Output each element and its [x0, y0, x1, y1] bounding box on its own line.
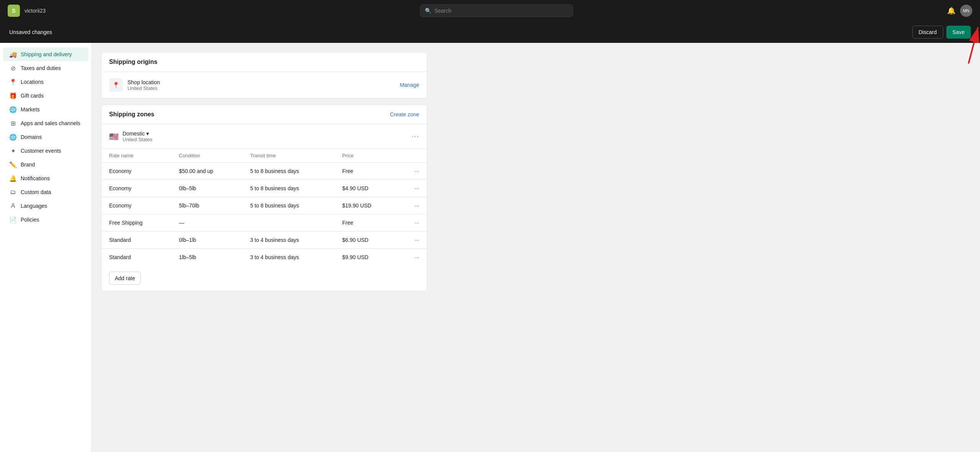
- rate-condition-cell: 5lb–70lb: [172, 197, 243, 214]
- shipping-origins-card: Shipping origins 📍 Shop location United …: [101, 52, 427, 98]
- search-icon: 🔍: [425, 8, 431, 14]
- table-row: Standard 1lb–5lb 3 to 4 business days $9…: [101, 249, 427, 266]
- rate-menu-button[interactable]: ···: [399, 163, 427, 180]
- rate-transit-cell: 3 to 4 business days: [242, 232, 335, 249]
- locations-icon: 📍: [9, 78, 17, 86]
- sidebar-item-languages[interactable]: A Languages: [3, 199, 88, 213]
- us-flag-icon: 🇺🇸: [109, 132, 119, 141]
- sidebar-item-gift-cards[interactable]: 🎁 Gift cards: [3, 89, 88, 103]
- avatar[interactable]: MN: [960, 5, 972, 17]
- rate-name-cell: Standard: [101, 249, 172, 266]
- rate-condition-cell: 0lb–1lb: [172, 232, 243, 249]
- apps-icon: ⊞: [9, 119, 17, 127]
- markets-icon: 🌐: [9, 106, 17, 113]
- discard-button[interactable]: Discard: [912, 26, 943, 39]
- rate-price-cell: $19.90 USD: [335, 197, 399, 214]
- sidebar-item-taxes-and-duties[interactable]: ⊘ Taxes and duties: [3, 61, 88, 75]
- location-pin-icon: 📍: [109, 78, 123, 92]
- zone-country: United States: [122, 137, 408, 142]
- table-row: Free Shipping — Free ···: [101, 214, 427, 232]
- unsaved-changes-bar: Unsaved changes Discard Save: [0, 21, 980, 43]
- sidebar-label-markets: Markets: [21, 106, 40, 113]
- rate-price-cell: Free: [335, 163, 399, 180]
- col-rate-name: Rate name: [101, 149, 172, 163]
- table-row: Standard 0lb–1lb 3 to 4 business days $6…: [101, 232, 427, 249]
- sidebar-item-domains[interactable]: 🌐 Domains: [3, 130, 88, 144]
- rate-menu-button[interactable]: ···: [399, 197, 427, 214]
- shipping-zones-card: Shipping zones Create zone 🇺🇸 Domestic ▾…: [101, 104, 427, 291]
- sidebar-label-gift-cards: Gift cards: [21, 93, 44, 99]
- shipping-origins-header: Shipping origins: [101, 52, 427, 72]
- add-rate-button[interactable]: Add rate: [109, 272, 141, 285]
- search-placeholder: Search: [434, 8, 451, 14]
- location-info: Shop location United States: [127, 79, 395, 91]
- rate-name-cell: Economy: [101, 197, 172, 214]
- rate-menu-button[interactable]: ···: [399, 249, 427, 266]
- main-content: Shipping origins 📍 Shop location United …: [92, 43, 436, 452]
- sidebar-item-customer-events[interactable]: ✦ Customer events: [3, 144, 88, 158]
- shopify-logo: S: [8, 5, 20, 17]
- rate-name-cell: Economy: [101, 180, 172, 197]
- rate-condition-cell: —: [172, 214, 243, 232]
- sidebar: 🚚 Shipping and delivery ⊘ Taxes and duti…: [0, 43, 92, 452]
- shop-country: United States: [127, 85, 395, 91]
- sidebar-item-brand[interactable]: ✏️ Brand: [3, 158, 88, 171]
- sidebar-item-policies[interactable]: 📄 Policies: [3, 213, 88, 227]
- sidebar-item-locations[interactable]: 📍 Locations: [3, 75, 88, 89]
- rates-table: Rate name Condition Transit time Price E…: [101, 149, 427, 266]
- shipping-zones-title: Shipping zones: [109, 111, 154, 118]
- sidebar-label-locations: Locations: [21, 79, 44, 85]
- zone-dropdown-icon[interactable]: ▾: [146, 131, 149, 137]
- table-row: Economy 5lb–70lb 5 to 8 business days $1…: [101, 197, 427, 214]
- customer-events-icon: ✦: [9, 147, 17, 155]
- custom-data-icon: 🗂: [9, 188, 17, 196]
- shipping-icon: 🚚: [9, 51, 17, 58]
- top-bar-left: S victorii23: [8, 5, 46, 17]
- rate-transit-cell: 5 to 8 business days: [242, 180, 335, 197]
- rate-transit-cell: 5 to 8 business days: [242, 197, 335, 214]
- sidebar-item-apps-and-sales-channels[interactable]: ⊞ Apps and sales channels: [3, 116, 88, 130]
- table-row: Economy 0lb–5lb 5 to 8 business days $4.…: [101, 180, 427, 197]
- manage-link[interactable]: Manage: [400, 82, 419, 88]
- table-row: Economy $50.00 and up 5 to 8 business da…: [101, 163, 427, 180]
- notification-button[interactable]: 🔔: [947, 7, 956, 15]
- top-bar: S victorii23 🔍 Search 🔔 MN: [0, 0, 980, 21]
- rate-transit-cell: 3 to 4 business days: [242, 249, 335, 266]
- rate-condition-cell: $50.00 and up: [172, 163, 243, 180]
- rate-menu-button[interactable]: ···: [399, 232, 427, 249]
- rate-condition-cell: 1lb–5lb: [172, 249, 243, 266]
- domains-icon: 🌐: [9, 133, 17, 141]
- sidebar-label-languages: Languages: [21, 203, 47, 209]
- sidebar-item-notifications[interactable]: 🔔 Notifications: [3, 171, 88, 185]
- shop-location-row: 📍 Shop location United States Manage: [101, 72, 427, 98]
- col-price: Price: [335, 149, 399, 163]
- brand-icon: ✏️: [9, 161, 17, 168]
- taxes-icon: ⊘: [9, 64, 17, 72]
- create-zone-link[interactable]: Create zone: [390, 111, 419, 117]
- sidebar-item-custom-data[interactable]: 🗂 Custom data: [3, 185, 88, 199]
- col-transit-time: Transit time: [242, 149, 335, 163]
- sidebar-item-shipping-and-delivery[interactable]: 🚚 Shipping and delivery: [3, 47, 88, 61]
- sidebar-label-notifications: Notifications: [21, 175, 50, 181]
- zone-name: Domestic ▾: [122, 131, 408, 137]
- rate-menu-button[interactable]: ···: [399, 180, 427, 197]
- col-condition: Condition: [172, 149, 243, 163]
- unsaved-actions: Discard Save: [912, 26, 971, 39]
- save-button[interactable]: Save: [946, 26, 971, 39]
- search-bar[interactable]: 🔍 Search: [420, 4, 573, 17]
- sidebar-item-markets[interactable]: 🌐 Markets: [3, 103, 88, 116]
- notifications-icon: 🔔: [9, 175, 17, 182]
- sidebar-label-brand: Brand: [21, 162, 35, 168]
- zone-menu-button[interactable]: ···: [412, 133, 419, 140]
- main-layout: 🚚 Shipping and delivery ⊘ Taxes and duti…: [0, 43, 980, 452]
- rate-price-cell: $6.90 USD: [335, 232, 399, 249]
- col-actions: [399, 149, 427, 163]
- rate-transit-cell: [242, 214, 335, 232]
- rate-name-cell: Economy: [101, 163, 172, 180]
- rate-name-cell: Standard: [101, 232, 172, 249]
- shipping-origins-title: Shipping origins: [109, 59, 157, 65]
- languages-icon: A: [9, 202, 17, 210]
- policies-icon: 📄: [9, 216, 17, 224]
- rate-menu-button[interactable]: ···: [399, 214, 427, 232]
- rate-price-cell: $4.90 USD: [335, 180, 399, 197]
